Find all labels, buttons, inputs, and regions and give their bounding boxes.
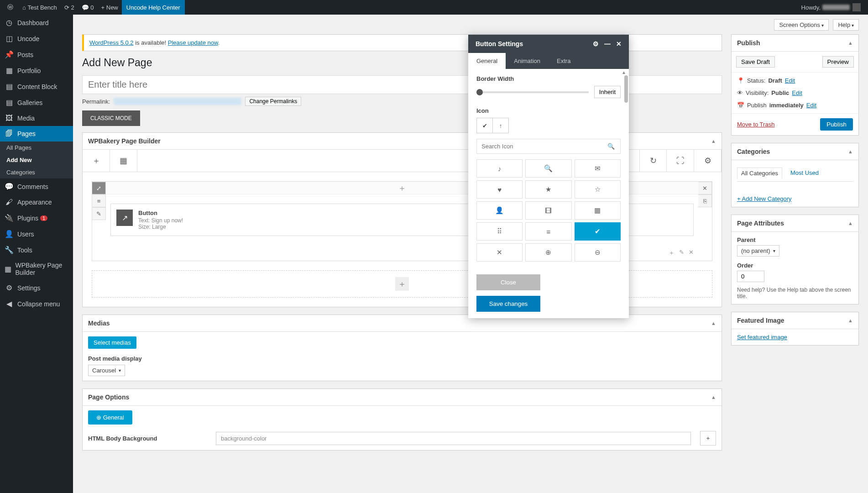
icon-cell[interactable]: 👤 (476, 201, 523, 220)
order-input[interactable] (737, 271, 764, 282)
submenu-categories[interactable]: Categories (0, 166, 73, 178)
sidebar-item-pages[interactable]: 🗐Pages (0, 126, 73, 142)
icon-cell[interactable]: 🎞 (525, 201, 571, 220)
row-move-tab[interactable]: ⤢ (92, 182, 106, 194)
template-button[interactable]: ▦ (110, 150, 137, 172)
uncode-help-center[interactable]: Uncode Help Center (122, 0, 185, 15)
move-to-trash-link[interactable]: Move to Trash (737, 121, 774, 128)
inherit-button[interactable]: Inherit (594, 86, 621, 98)
bg-color-select[interactable]: background-color (216, 432, 691, 445)
icon-confirm-button[interactable]: ✔ (476, 118, 493, 133)
icon-cell[interactable]: ▦ (575, 201, 621, 220)
panel-toggle-icon[interactable]: ▲ (711, 320, 716, 326)
save-draft-button[interactable]: Save Draft (736, 56, 775, 68)
icon-cell[interactable]: ♥ (476, 180, 523, 199)
screen-options-button[interactable]: Screen Options (774, 19, 828, 31)
edit-visibility-link[interactable]: Edit (792, 89, 802, 96)
col-add-icon[interactable]: ＋ (669, 249, 675, 257)
media-display-select[interactable]: Carousel (88, 365, 125, 376)
comments-link[interactable]: 💬 0 (78, 0, 98, 15)
tab-all-categories[interactable]: All Categories (737, 168, 782, 179)
update-now-link[interactable]: Please update now (168, 39, 218, 46)
icon-cell[interactable]: ⊖ (575, 243, 621, 262)
icon-cell[interactable]: ≡ (525, 222, 571, 241)
panel-toggle-icon[interactable]: ▲ (848, 40, 853, 46)
tab-extra[interactable]: Extra (549, 53, 579, 69)
sidebar-item-media[interactable]: 🖾Media (0, 110, 73, 126)
submenu-add-new[interactable]: Add New (0, 154, 73, 166)
new-content-link[interactable]: + New (98, 0, 122, 15)
edit-status-link[interactable]: Edit (785, 77, 795, 84)
set-featured-image-link[interactable]: Set featured image (737, 334, 787, 341)
sidebar-item-collapse[interactable]: ◀Collapse menu (0, 296, 73, 312)
sidebar-item-dashboard[interactable]: ◷Dashboard (0, 15, 73, 31)
icon-cell[interactable]: ♪ (476, 159, 523, 178)
select-medias-button[interactable]: Select medias (88, 336, 136, 349)
border-width-slider[interactable] (476, 91, 589, 93)
search-icon-button[interactable]: 🔍 (602, 139, 620, 153)
modal-close-icon[interactable]: ✕ (616, 40, 622, 47)
panel-toggle-icon[interactable]: ▲ (848, 149, 853, 154)
wp-logo[interactable]: ⓦ (4, 0, 19, 15)
sidebar-item-comments[interactable]: 💬Comments (0, 178, 73, 194)
panel-toggle-icon[interactable]: ▲ (848, 220, 853, 226)
sidebar-item-content-block[interactable]: ▤Content Block (0, 79, 73, 94)
col-edit-icon[interactable]: ✎ (679, 249, 684, 257)
edit-date-link[interactable]: Edit (806, 102, 816, 109)
icon-upload-button[interactable]: ↑ (492, 118, 509, 133)
parent-select[interactable]: (no parent) (737, 245, 779, 257)
panel-toggle-icon[interactable]: ▲ (711, 138, 716, 144)
col-delete-icon[interactable]: ✕ (689, 249, 694, 257)
submenu-all-pages[interactable]: All Pages (0, 142, 73, 154)
classic-mode-button[interactable]: CLASSIC MODE (82, 110, 140, 126)
scroll-up-icon[interactable]: ▲ (622, 70, 626, 75)
modal-minimize-icon[interactable]: — (604, 40, 611, 47)
icon-cell[interactable]: ⊕ (525, 243, 571, 262)
panel-toggle-icon[interactable]: ▲ (711, 394, 716, 400)
panel-toggle-icon[interactable]: ▲ (848, 318, 853, 323)
tab-most-used[interactable]: Most Used (787, 168, 822, 178)
row-layout-tab[interactable]: ≡ (92, 194, 106, 207)
icon-cell[interactable]: ☆ (575, 180, 621, 199)
sidebar-item-galleries[interactable]: ▤Galleries (0, 94, 73, 110)
add-element-button[interactable]: ＋ (83, 150, 110, 172)
refresh-button[interactable]: ↻ (639, 150, 667, 172)
tab-general[interactable]: General (468, 53, 506, 69)
icon-cell[interactable]: 🔍 (525, 159, 571, 178)
sidebar-item-posts[interactable]: 📌Posts (0, 47, 73, 63)
wp-version-link[interactable]: WordPress 5.0.2 (89, 39, 134, 46)
row-delete-tab[interactable]: ✕ (698, 182, 712, 194)
icon-cell[interactable]: ✔ (575, 222, 621, 241)
sidebar-item-uncode[interactable]: ◫Uncode (0, 31, 73, 47)
add-row-button[interactable]: ＋ (395, 277, 409, 291)
close-button[interactable]: Close (476, 274, 540, 290)
icon-cell[interactable]: ⠿ (476, 222, 523, 241)
save-changes-button[interactable]: Save changes (476, 296, 540, 312)
search-icon-input[interactable] (477, 139, 602, 153)
fullscreen-button[interactable]: ⛶ (667, 150, 694, 172)
sidebar-item-users[interactable]: 👤Users (0, 226, 73, 242)
howdy-link[interactable]: Howdy, (798, 0, 864, 15)
icon-cell[interactable]: ✕ (476, 243, 523, 262)
sidebar-item-appearance[interactable]: 🖌Appearance (0, 194, 73, 210)
row-clone-tab[interactable]: ⎘ (698, 194, 712, 207)
add-new-category-link[interactable]: + Add New Category (737, 195, 792, 202)
help-button[interactable]: Help (833, 19, 859, 31)
preview-button[interactable]: Preview (822, 56, 854, 68)
sidebar-item-settings[interactable]: ⚙Settings (0, 280, 73, 296)
bg-add-button[interactable]: ＋ (700, 431, 716, 446)
page-options-general-tab[interactable]: ⊕ General (88, 410, 132, 425)
row-edit-tab[interactable]: ✎ (92, 207, 106, 220)
row-add-plus-top[interactable]: ＋ (398, 183, 406, 194)
modal-settings-icon[interactable]: ⚙ (593, 40, 599, 47)
icon-cell[interactable]: ✉ (575, 159, 621, 178)
updates-link[interactable]: ⟳ 2 (61, 0, 78, 15)
sidebar-item-wpbakery[interactable]: ▦WPBakery Page Builder (0, 258, 73, 280)
sidebar-item-plugins[interactable]: 🔌Plugins1 (0, 210, 73, 226)
builder-settings-button[interactable]: ⚙ (694, 150, 722, 172)
sidebar-item-portfolio[interactable]: ▦Portfolio (0, 63, 73, 79)
icon-cell[interactable]: ★ (525, 180, 571, 199)
slider-thumb[interactable] (476, 89, 483, 95)
change-permalinks-button[interactable]: Change Permalinks (245, 97, 301, 106)
sidebar-item-tools[interactable]: 🔧Tools (0, 242, 73, 258)
